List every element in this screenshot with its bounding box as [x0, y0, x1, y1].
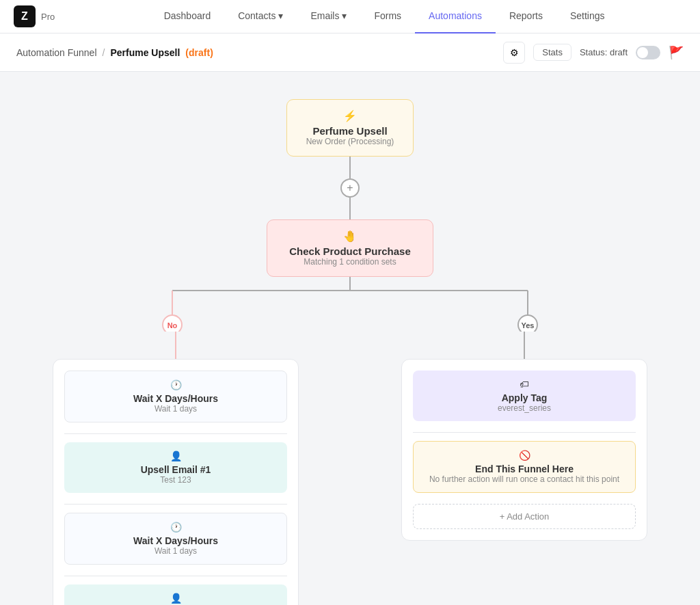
yes-branch-add-action-button[interactable]: + Add Action — [413, 504, 636, 529]
end-icon: 🚫 — [425, 450, 624, 461]
breadcrumb: Automation Funnel / Perfume Upsell (draf… — [16, 47, 213, 58]
divider-2 — [64, 504, 287, 505]
breadcrumb-separator: / — [103, 47, 105, 58]
tag-title: Apply Tag — [424, 392, 625, 403]
condition-title: Check Product Purchase — [289, 245, 411, 257]
flag-icon[interactable]: 🚩 — [669, 45, 684, 60]
wait-title-1: Wait X Days/Hours — [76, 393, 275, 404]
logo-pro-text: Pro — [41, 12, 55, 22]
divider-1 — [64, 433, 287, 434]
trigger-node[interactable]: ⚡ Perfume Upsell New Order (Processing) — [286, 99, 414, 157]
email-action-2[interactable]: 👤 Upsell Email #2 Test 123 — [64, 584, 287, 605]
nav-reports[interactable]: Reports — [496, 0, 556, 33]
nav-dashboard[interactable]: Dashboard — [150, 0, 225, 33]
navbar: Z Pro Dashboard Contacts ▾ Emails ▾ Form… — [0, 0, 700, 33]
breadcrumb-current: Perfume Upsell — [110, 47, 180, 58]
trigger-title: Perfume Upsell — [306, 125, 394, 137]
yes-branch-box: 🏷 Apply Tag everest_series 🚫 End This Fu… — [401, 359, 647, 541]
condition-node[interactable]: 🤚 Check Product Purchase Matching 1 cond… — [267, 219, 433, 277]
end-sub: No further action will run once a contac… — [425, 474, 624, 484]
chevron-down-icon: ▾ — [278, 10, 283, 21]
gear-icon: ⚙ — [510, 47, 519, 58]
divider-yes-1 — [413, 432, 636, 433]
condition-subtitle: Matching 1 condition sets — [289, 257, 411, 267]
wait-sub-1: Wait 1 days — [76, 404, 275, 414]
no-branch-box: 🕐 Wait X Days/Hours Wait 1 days 👤 Upsell… — [53, 359, 299, 605]
trigger-subtitle: New Order (Processing) — [306, 137, 394, 146]
nav-links: Dashboard Contacts ▾ Emails ▾ Forms Auto… — [82, 0, 686, 33]
tag-sub: everest_series — [424, 403, 625, 413]
svg-text:No: No — [167, 321, 178, 330]
header-controls: ⚙ Stats Status: draft 🚩 — [503, 42, 684, 64]
connector-line-1 — [349, 157, 351, 178]
tag-icon: 🏷 — [424, 379, 625, 390]
wait-icon-2: 🕐 — [76, 522, 275, 533]
email-title-1: Upsell Email #1 — [75, 464, 276, 475]
status-label: Status: draft — [580, 47, 628, 57]
end-funnel-action[interactable]: 🚫 End This Funnel Here No further action… — [413, 441, 636, 493]
email-icon-1: 👤 — [75, 451, 276, 461]
apply-tag-action[interactable]: 🏷 Apply Tag everest_series — [413, 371, 636, 421]
automation-canvas: ⚡ Perfume Upsell New Order (Processing) … — [0, 72, 700, 605]
divider-3 — [64, 576, 287, 576]
email-action-1[interactable]: 👤 Upsell Email #1 Test 123 — [64, 442, 287, 493]
no-branch-line — [175, 332, 176, 359]
add-node-button[interactable]: + — [340, 178, 360, 198]
chevron-down-icon: ▾ — [342, 10, 347, 21]
logo[interactable]: Z Pro — [14, 5, 55, 27]
wait-action-1[interactable]: 🕐 Wait X Days/Hours Wait 1 days — [64, 371, 287, 422]
email-icon-2: 👤 — [75, 593, 276, 604]
branch-connector: No Yes — [25, 277, 675, 332]
nav-settings[interactable]: Settings — [556, 0, 619, 33]
status-toggle[interactable] — [636, 46, 660, 59]
wait-title-2: Wait X Days/Hours — [76, 535, 275, 546]
connector-line-2 — [349, 198, 351, 219]
condition-icon: 🤚 — [289, 230, 411, 243]
nav-forms[interactable]: Forms — [360, 0, 415, 33]
no-branch-column: 🕐 Wait X Days/Hours Wait 1 days 👤 Upsell… — [25, 332, 326, 605]
end-title: End This Funnel Here — [425, 463, 624, 474]
breadcrumb-root[interactable]: Automation Funnel — [16, 47, 97, 58]
wait-action-2[interactable]: 🕐 Wait X Days/Hours Wait 1 days — [64, 513, 287, 565]
nav-automations[interactable]: Automations — [415, 0, 496, 33]
wait-icon-1: 🕐 — [76, 379, 275, 390]
yes-branch-column: 🏷 Apply Tag everest_series 🚫 End This Fu… — [374, 332, 675, 541]
trigger-icon: ⚡ — [306, 109, 394, 122]
yes-branch-line — [524, 332, 525, 359]
flow-container: ⚡ Perfume Upsell New Order (Processing) … — [0, 99, 700, 605]
email-sub-1: Test 123 — [75, 475, 276, 485]
page-header: Automation Funnel / Perfume Upsell (draf… — [0, 33, 700, 72]
settings-button[interactable]: ⚙ — [503, 42, 525, 64]
wait-sub-2: Wait 1 days — [76, 546, 275, 556]
stats-button[interactable]: Stats — [533, 44, 571, 61]
nav-contacts[interactable]: Contacts ▾ — [224, 0, 297, 33]
logo-icon: Z — [14, 5, 36, 27]
branch-svg: No Yes — [25, 277, 675, 332]
draft-badge: (draft) — [185, 47, 213, 58]
svg-text:Yes: Yes — [522, 321, 535, 330]
nav-emails[interactable]: Emails ▾ — [297, 0, 360, 33]
branch-area: 🕐 Wait X Days/Hours Wait 1 days 👤 Upsell… — [25, 332, 675, 605]
